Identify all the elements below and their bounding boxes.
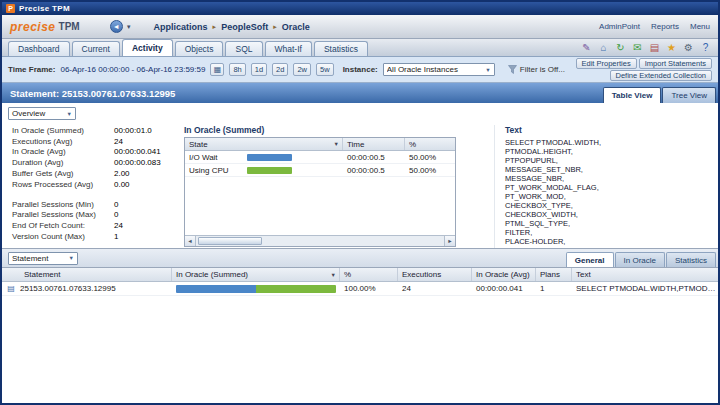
tab-dashboard[interactable]: Dashboard <box>8 41 70 56</box>
column-header-statement[interactable]: Statement <box>2 268 172 281</box>
preset-2w[interactable]: 2w <box>293 63 311 76</box>
bar-segment-using-cpu <box>256 285 336 293</box>
table-view-tab[interactable]: Table View <box>603 87 662 103</box>
bar-segment-io-wait <box>176 285 256 293</box>
adminpoint-link[interactable]: AdminPoint <box>599 22 640 31</box>
statements-toolbar: Statement ▼ General In Oracle Statistics <box>2 249 718 268</box>
tab-general[interactable]: General <box>566 252 614 267</box>
preset-2d[interactable]: 2d <box>272 63 288 76</box>
statements-tabs: General In Oracle Statistics <box>566 252 716 267</box>
in-oracle-panel: In Oracle (Summed) State ▼ Time % I/O Wa… <box>184 125 456 255</box>
help-icon[interactable]: ? <box>699 42 712 54</box>
tab-in-oracle[interactable]: In Oracle <box>615 252 665 267</box>
metric-label: Executions (Avg) <box>12 137 114 146</box>
edit-icon[interactable]: ✎ <box>580 42 593 54</box>
metric-label: End Of Fetch Count: <box>12 221 114 230</box>
import-statements-button[interactable]: Import Statements <box>639 58 712 69</box>
metric-label: Buffer Gets (Avg) <box>12 169 114 178</box>
tab-current[interactable]: Current <box>72 41 120 56</box>
timeframe-value[interactable]: 06-Apr-16 00:00:00 - 06-Apr-16 23:59:59 <box>60 65 205 74</box>
scroll-right-icon[interactable]: ► <box>444 236 455 246</box>
metric-row: Buffer Gets (Avg)2.00 <box>12 168 184 179</box>
state-name: Using CPU <box>185 166 247 175</box>
tab-statistics-bottom[interactable]: Statistics <box>666 252 716 267</box>
menu-link[interactable]: Menu <box>690 22 710 31</box>
define-extended-collection-button[interactable]: Define Extended Collection <box>610 70 712 81</box>
io-wait-bar <box>247 154 292 161</box>
metric-value: 1 <box>114 232 118 241</box>
column-header-executions[interactable]: Executions <box>398 268 472 281</box>
statement-in-oracle-avg: 00:00:00.041 <box>472 284 536 293</box>
calendar-icon[interactable]: ▦ <box>210 63 224 76</box>
statement-sql-text: SELECT PTMODAL.WIDTH,PTMODAL.HEIGHT,PTPO… <box>572 284 718 293</box>
column-header-text[interactable]: Text <box>572 268 718 281</box>
home-icon[interactable]: ⌂ <box>597 42 610 54</box>
metric-value: 24 <box>114 221 123 230</box>
overview-select[interactable]: Overview ▼ <box>8 107 76 120</box>
metric-value: 0.00 <box>114 180 130 189</box>
preset-8h[interactable]: 8h <box>229 63 245 76</box>
scroll-left-icon[interactable]: ◄ <box>185 236 196 246</box>
report-icon[interactable]: ▤ <box>648 42 661 54</box>
state-row-using-cpu[interactable]: Using CPU 00:00:00.5 50.00% <box>185 164 455 177</box>
state-row-io-wait[interactable]: I/O Wait 00:00:00.5 50.00% <box>185 151 455 164</box>
column-header-in-oracle-avg[interactable]: In Oracle (Avg) <box>472 268 536 281</box>
metric-row: Parallel Sessions (Min)0 <box>12 199 184 210</box>
column-header-time[interactable]: Time <box>343 138 405 150</box>
in-oracle-table-header: State ▼ Time % <box>185 138 455 151</box>
column-header-percent[interactable]: % <box>405 140 455 149</box>
breadcrumb-oracle[interactable]: Oracle <box>282 22 310 32</box>
preset-1d[interactable]: 1d <box>251 63 267 76</box>
sort-desc-icon: ▼ <box>334 141 339 147</box>
metric-row: Parallel Sessions (Max)0 <box>12 210 184 221</box>
column-label: In Oracle (Summed) <box>176 270 248 279</box>
instance-select[interactable]: All Oracle Instances ▼ <box>383 63 495 76</box>
metric-value: 00:00:00.041 <box>114 147 161 156</box>
metric-label: Duration (Avg) <box>12 158 114 167</box>
app-header: precise TPM ◄ ▼ Applications ▸ PeopleSof… <box>2 15 718 39</box>
chevron-down-icon: ▼ <box>67 111 72 117</box>
refresh-icon[interactable]: ↻ <box>614 42 627 54</box>
state-percent: 50.00% <box>405 153 455 162</box>
filter-control[interactable]: Filter is Off... <box>508 65 565 74</box>
mail-icon[interactable]: ✉ <box>631 42 644 54</box>
app-window: P Precise TPM precise TPM ◄ ▼ Applicatio… <box>0 0 720 405</box>
scrollbar-thumb[interactable] <box>198 237 262 245</box>
sql-text: SELECT PTMODAL.WIDTH, PTMODAL.HEIGHT, PT… <box>505 138 694 255</box>
statement-id: 25153.00761.07633.12995 <box>20 284 172 293</box>
settings-icon[interactable]: ⚙ <box>682 42 695 54</box>
breadcrumb-applications[interactable]: Applications <box>154 22 208 32</box>
reports-link[interactable]: Reports <box>651 22 679 31</box>
tab-activity[interactable]: Activity <box>122 39 173 56</box>
in-oracle-panel-title: In Oracle (Summed) <box>184 125 456 135</box>
breadcrumb-peoplesoft[interactable]: PeopleSoft <box>221 22 268 32</box>
column-header-state[interactable]: State ▼ <box>185 138 343 150</box>
statement-table-row[interactable]: ▤ 25153.00761.07633.12995 100.00% 24 00:… <box>2 282 718 296</box>
tab-objects[interactable]: Objects <box>175 41 224 56</box>
state-percent: 50.00% <box>405 166 455 175</box>
preset-5w[interactable]: 5w <box>316 63 334 76</box>
state-time: 00:00:00.5 <box>343 153 405 162</box>
metric-label: Version Count (Max) <box>12 232 114 241</box>
tree-view-tab[interactable]: Tree View <box>662 87 716 103</box>
sql-text-panel-title: Text <box>505 125 694 135</box>
instance-select-value: All Oracle Instances <box>387 65 480 74</box>
titlebar: P Precise TPM <box>2 2 718 15</box>
window-title: Precise TPM <box>19 4 70 13</box>
statement-plans: 1 <box>536 284 572 293</box>
view-switcher: Table View Tree View <box>603 87 716 103</box>
column-header-plans[interactable]: Plans <box>536 268 572 281</box>
history-dropdown-icon[interactable]: ▼ <box>126 24 132 30</box>
breadcrumb-separator-icon: ▸ <box>273 23 277 31</box>
column-header-in-oracle-summed[interactable]: In Oracle (Summed) ▼ <box>172 268 340 281</box>
back-button[interactable]: ◄ <box>110 20 123 33</box>
favorite-icon[interactable]: ★ <box>665 42 678 54</box>
association-select[interactable]: Statement ▼ <box>8 252 78 265</box>
chevron-down-icon: ▼ <box>485 67 490 73</box>
tab-sql[interactable]: SQL <box>225 41 262 56</box>
tab-whatif[interactable]: What-If <box>265 41 312 56</box>
tab-statistics[interactable]: Statistics <box>314 41 368 56</box>
chevron-down-icon: ▼ <box>69 255 74 261</box>
edit-properties-button[interactable]: Edit Properties <box>576 58 637 69</box>
column-header-percent[interactable]: % <box>340 268 398 281</box>
